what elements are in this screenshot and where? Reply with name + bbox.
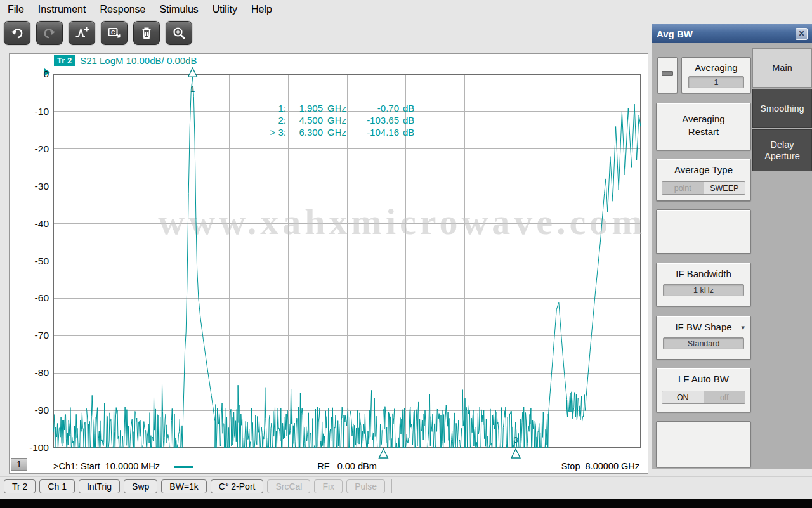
status-swp[interactable]: Swp (124, 479, 157, 493)
marker-2-symbol[interactable] (379, 449, 388, 458)
marker-readout-cell: 1.905 (286, 102, 323, 114)
panel-tabs: MainSmoothingDelay Aperture (752, 48, 812, 173)
delete-button[interactable] (133, 21, 160, 45)
y-tick-label: -50 (20, 256, 49, 267)
status-inttrig[interactable]: IntTrig (79, 479, 120, 493)
averaging-value-field[interactable]: 1 (688, 76, 744, 88)
marker-readout-row: > 3:6.300GHz-104.16dB (261, 126, 414, 138)
delete-icon (139, 25, 154, 41)
redo-icon (42, 25, 57, 41)
tab-delay-aperture[interactable]: Delay Aperture (752, 129, 812, 171)
status-fix[interactable]: Fix (314, 479, 343, 493)
if-bandwidth-label: IF Bandwidth (657, 263, 750, 279)
undo-button[interactable] (4, 21, 30, 45)
blank-softkey-2 (656, 421, 751, 467)
status-srccal[interactable]: SrcCal (267, 479, 310, 493)
lf-auto-bw-label: LF Auto BW (657, 368, 750, 384)
if-bw-shape-value-field[interactable]: Standard (663, 337, 744, 349)
svg-text:C: C (111, 29, 115, 36)
averaging-toggle-button[interactable] (657, 57, 678, 93)
menu-item-stimulus[interactable]: Stimulus (159, 4, 198, 15)
toggle-indicator-icon (662, 71, 673, 76)
if-bandwidth-button[interactable]: IF Bandwidth 1 kHz (656, 263, 751, 306)
toolbar: C (4, 21, 192, 48)
average-type-button[interactable]: Average Type point SWEEP (656, 159, 751, 201)
avg-bw-panel: Avg BW ✕ MainSmoothingDelay Aperture Ave… (652, 24, 812, 469)
status-tr-2[interactable]: Tr 2 (4, 479, 36, 493)
tab-smoothing[interactable]: Smoothing (752, 89, 812, 128)
panel-titlebar: Avg BW ✕ (652, 24, 812, 43)
zoom-button[interactable] (166, 21, 192, 45)
statusbar-separator (391, 479, 392, 493)
zoom-icon (171, 25, 187, 41)
copy-channel-button[interactable]: C (101, 21, 128, 45)
lf-auto-bw-button[interactable]: LF Auto BW ON off (656, 368, 751, 412)
averaging-restart-label: Averaging Restart (674, 103, 733, 138)
lf-auto-bw-off-option[interactable]: off (704, 391, 745, 403)
marker-readout-cell: 4.500 (286, 114, 323, 126)
averaging-restart-button[interactable]: Averaging Restart (656, 103, 751, 150)
y-tick-label: -90 (20, 405, 49, 416)
marker-readout-cell: -104.16 (351, 126, 399, 138)
trace-header: Tr 2 S21 LogM 10.00dB/ 0.00dB (54, 55, 197, 66)
trace-badge[interactable]: Tr 2 (54, 55, 75, 66)
channel-badge[interactable]: 1 (11, 458, 27, 471)
tab-label: Main (760, 62, 804, 74)
y-tick-label: -10 (20, 106, 49, 117)
marker-readout-cell: GHz (323, 114, 351, 126)
status-bw-1k[interactable]: BW=1k (161, 479, 207, 493)
lf-auto-bw-toggle[interactable]: ON off (662, 391, 745, 404)
average-type-label: Average Type (657, 159, 750, 175)
rf-power-label[interactable]: RF 0.00 dBm (53, 461, 641, 471)
status-ch-1[interactable]: Ch 1 (39, 479, 75, 493)
trace-format-label[interactable]: S21 LogM 10.00dB/ 0.00dB (80, 55, 197, 66)
if-bw-shape-button[interactable]: IF BW Shape ▾ Standard (656, 316, 751, 360)
y-tick-label: -30 (20, 181, 49, 192)
averaging-button[interactable]: Averaging 1 (681, 57, 751, 93)
marker-readout: 1:1.905GHz-0.70dB2:4.500GHz-103.65dB> 3:… (261, 102, 414, 138)
marker-readout-cell: 2: (261, 114, 286, 126)
status-c-2-port[interactable]: C* 2-Port (211, 479, 264, 493)
panel-title: Avg BW (657, 29, 796, 39)
tab-main[interactable]: Main (752, 48, 812, 88)
marker-readout-cell: -0.70 (351, 102, 399, 114)
menu-item-utility[interactable]: Utility (213, 4, 237, 15)
average-type-sweep-option[interactable]: SWEEP (704, 182, 745, 194)
y-tick-label: -20 (20, 143, 49, 155)
watermark: www.xahxmicrowave.com (158, 201, 646, 242)
marker-readout-row: 2:4.500GHz-103.65dB (261, 114, 414, 126)
y-tick-label: -70 (20, 330, 49, 341)
menu-item-instrument[interactable]: Instrument (38, 4, 86, 15)
status-pulse[interactable]: Pulse (346, 479, 385, 493)
marker-readout-cell: > 3: (261, 126, 286, 138)
stimulus-stop-label[interactable]: Stop 8.00000 GHz (561, 461, 639, 471)
marker-readout-cell: GHz (323, 126, 351, 138)
marker-readout-cell: GHz (323, 102, 351, 114)
status-bar: Tr 2Ch 1IntTrigSwpBW=1kC* 2-PortSrcCalFi… (0, 476, 812, 495)
lf-auto-bw-on-option[interactable]: ON (662, 391, 704, 403)
close-icon[interactable]: ✕ (796, 28, 808, 40)
if-bw-shape-label: IF BW Shape (657, 316, 750, 332)
y-tick-label: -80 (20, 367, 49, 379)
redo-button (36, 21, 63, 45)
average-type-toggle[interactable]: point SWEEP (662, 181, 745, 195)
average-type-point-option[interactable]: point (662, 182, 704, 194)
chevron-down-icon[interactable]: ▾ (741, 323, 745, 332)
marker-readout-cell: -103.65 (351, 114, 399, 126)
y-tick-label: -60 (20, 292, 49, 304)
blank-softkey-1 (656, 209, 751, 254)
menu-item-help[interactable]: Help (251, 4, 272, 15)
menu-item-file[interactable]: File (8, 4, 24, 15)
undo-icon (10, 25, 25, 41)
tab-label: Smoothing (760, 103, 804, 114)
y-tick-label: -100 (20, 442, 49, 453)
marker-readout-row: 1:1.905GHz-0.70dB (261, 102, 414, 114)
menu-bar: FileInstrumentResponseStimulusUtilityHel… (0, 0, 812, 19)
marker-1-symbol[interactable] (188, 68, 197, 77)
menu-item-response[interactable]: Response (100, 4, 145, 15)
if-bandwidth-value-field[interactable]: 1 kHz (663, 284, 744, 296)
marker-1-label: 1 (190, 84, 195, 94)
averaging-label: Averaging (682, 58, 750, 73)
marker-3-symbol[interactable] (511, 449, 520, 458)
add-marker-button[interactable] (69, 21, 95, 45)
